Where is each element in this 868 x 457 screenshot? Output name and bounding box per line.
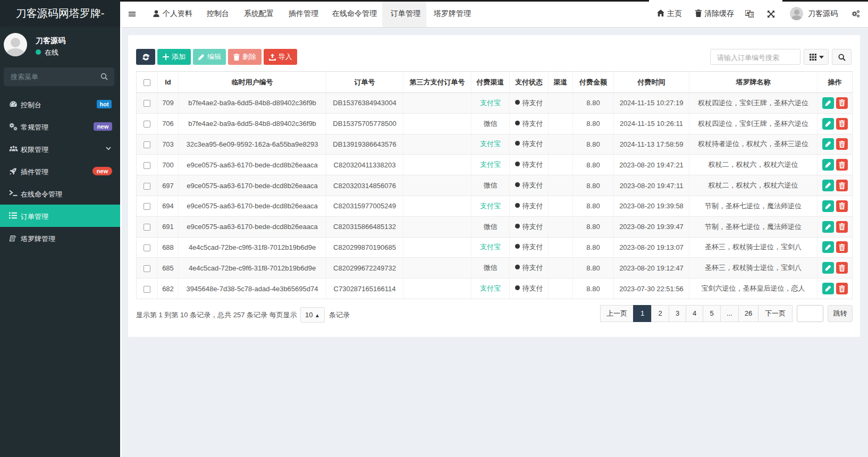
svg-text:文: 文 — [750, 13, 754, 18]
